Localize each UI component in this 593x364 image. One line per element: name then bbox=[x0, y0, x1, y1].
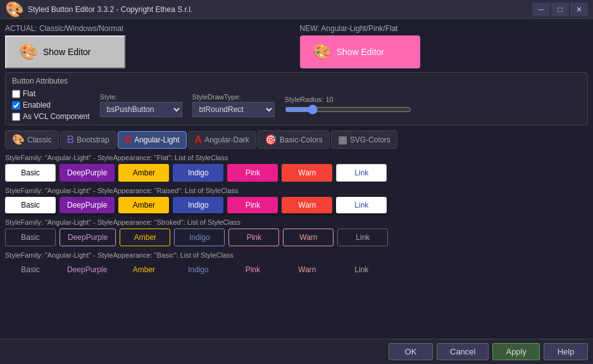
actual-palette-icon: 🎨 bbox=[19, 43, 38, 61]
preview-section: ACTUAL: Classic/Windows/Normal 🎨 Show Ed… bbox=[5, 24, 588, 68]
checkbox-flat[interactable]: Flat bbox=[12, 89, 90, 98]
style-group-stroked: StyleFamily: "Angular-Light" - StyleAppe… bbox=[5, 218, 588, 246]
flat-buttons-row: Basic DeepPurple Amber Indigo Pink Warn … bbox=[5, 164, 588, 182]
tab-svg-colors-label: SVG-Colors bbox=[350, 135, 390, 144]
stroked-indigo-button[interactable]: Indigo bbox=[174, 229, 225, 246]
style-group-basic: StyleFamily: "Angular-Light" - StyleAppe… bbox=[5, 251, 588, 278]
preview-new-button-text: Show Editor bbox=[337, 47, 384, 57]
help-button[interactable]: Help bbox=[544, 343, 588, 360]
raised-buttons-row: Basic DeepPurple Amber Indigo Pink Warn … bbox=[5, 197, 588, 213]
preview-new-box: NEW: Angular-Light/Pink/Flat 🎨 Show Edit… bbox=[300, 24, 589, 68]
basic-amber-button[interactable]: Amber bbox=[118, 261, 169, 278]
style-group-flat-label: StyleFamily: "Angular-Light" - StyleAppe… bbox=[5, 154, 588, 161]
tab-bootstrap-icon: B bbox=[67, 134, 75, 146]
tab-angular-dark[interactable]: A Angular-Dark bbox=[188, 131, 256, 149]
new-palette-icon: 🎨 bbox=[313, 43, 332, 61]
stroked-link-button[interactable]: Link bbox=[337, 229, 388, 246]
stroked-basic-button[interactable]: Basic bbox=[5, 229, 56, 246]
style-group-raised: StyleFamily: "Angular-Light" - StyleAppe… bbox=[5, 187, 588, 213]
attributes-row: Flat Enabled As VCL Component Style: bsP… bbox=[12, 89, 581, 121]
flat-link-button[interactable]: Link bbox=[336, 164, 387, 182]
tab-basic-colors[interactable]: 🎯 Basic-Colors bbox=[258, 130, 330, 149]
style-select[interactable]: bsPushButton bsFlat bsRaised bbox=[100, 102, 182, 117]
styleradius-label: StyleRadius: 10 bbox=[285, 96, 411, 103]
tab-svg-colors[interactable]: ▦ SVG-Colors bbox=[331, 130, 397, 149]
tabs-section: 🎨 Classic B Bootstrap A Angular-Light A … bbox=[5, 129, 588, 150]
raised-warn-button[interactable]: Warn bbox=[282, 197, 332, 213]
basic-deeppurple-button[interactable]: DeepPurple bbox=[59, 261, 115, 278]
close-button[interactable]: ✕ bbox=[570, 3, 588, 16]
stroked-warn-button[interactable]: Warn bbox=[283, 229, 334, 246]
checkbox-flat-input[interactable] bbox=[12, 90, 20, 98]
flat-basic-button[interactable]: Basic bbox=[5, 164, 56, 182]
tab-basic-colors-label: Basic-Colors bbox=[280, 135, 323, 144]
raised-deeppurple-button[interactable]: DeepPurple bbox=[59, 197, 115, 213]
tab-classic-icon: 🎨 bbox=[12, 134, 25, 146]
stroked-pink-button[interactable]: Pink bbox=[228, 229, 279, 246]
flat-amber-button[interactable]: Amber bbox=[118, 164, 169, 182]
checkbox-enabled-input[interactable] bbox=[12, 101, 20, 110]
cancel-button[interactable]: Cancel bbox=[437, 343, 489, 360]
tab-bootstrap-label: Bootstrap bbox=[77, 135, 109, 144]
basic-basic-button[interactable]: Basic bbox=[5, 261, 56, 278]
flat-pink-button[interactable]: Pink bbox=[227, 164, 278, 182]
checkbox-group: Flat Enabled As VCL Component bbox=[12, 89, 90, 121]
checkbox-vcl[interactable]: As VCL Component bbox=[12, 112, 90, 121]
styleradius-group: StyleRadius: 10 bbox=[285, 96, 411, 115]
checkbox-vcl-label: As VCL Component bbox=[23, 112, 90, 121]
preview-new-button[interactable]: 🎨 Show Editor bbox=[300, 35, 420, 68]
maximize-button[interactable]: □ bbox=[551, 3, 569, 16]
styleradius-slider[interactable] bbox=[285, 104, 411, 115]
ok-button[interactable]: OK bbox=[389, 343, 433, 360]
raised-indigo-button[interactable]: Indigo bbox=[173, 197, 223, 213]
tab-svg-colors-icon: ▦ bbox=[338, 134, 347, 146]
tab-bootstrap[interactable]: B Bootstrap bbox=[60, 131, 116, 149]
basic-warn-button[interactable]: Warn bbox=[282, 261, 332, 278]
style-group-raised-label: StyleFamily: "Angular-Light" - StyleAppe… bbox=[5, 187, 588, 194]
style-group-basic-label: StyleFamily: "Angular-Light" - StyleAppe… bbox=[5, 251, 588, 259]
styledrawtype-select[interactable]: btRoundRect btNormal btCircle bbox=[192, 102, 275, 117]
checkbox-enabled-label: Enabled bbox=[23, 101, 51, 110]
preview-new-label: NEW: Angular-Light/Pink/Flat bbox=[300, 24, 398, 33]
flat-deeppurple-button[interactable]: DeepPurple bbox=[59, 164, 115, 182]
style-group-flat: StyleFamily: "Angular-Light" - StyleAppe… bbox=[5, 154, 588, 182]
style-dropdown-group: Style: bsPushButton bsFlat bsRaised bbox=[100, 93, 182, 117]
stroked-deeppurple-button[interactable]: DeepPurple bbox=[59, 229, 116, 246]
title-bar: 🎨 Styled Button Editor 3.3.2 - Copyright… bbox=[0, 0, 593, 19]
checkbox-flat-label: Flat bbox=[23, 89, 35, 98]
raised-basic-button[interactable]: Basic bbox=[5, 197, 56, 213]
raised-link-button[interactable]: Link bbox=[336, 197, 387, 213]
attributes-section: Button Attributes Flat Enabled As VCL Co… bbox=[5, 72, 588, 125]
style-label: Style: bbox=[100, 93, 182, 101]
style-lists: StyleFamily: "Angular-Light" - StyleAppe… bbox=[5, 154, 588, 334]
title-bar-title: Styled Button Editor 3.3.2 - Copyright E… bbox=[28, 5, 192, 14]
styledrawtype-dropdown-group: StyleDrawType: btRoundRect btNormal btCi… bbox=[192, 93, 275, 117]
checkbox-vcl-input[interactable] bbox=[12, 113, 20, 121]
tab-basic-colors-icon: 🎯 bbox=[265, 134, 277, 146]
basic-link-button[interactable]: Link bbox=[336, 261, 387, 278]
raised-amber-button[interactable]: Amber bbox=[118, 197, 169, 213]
preview-actual-button-text: Show Editor bbox=[43, 47, 91, 57]
preview-actual-button[interactable]: 🎨 Show Editor bbox=[5, 35, 125, 68]
tab-classic[interactable]: 🎨 Classic bbox=[5, 130, 59, 149]
flat-indigo-button[interactable]: Indigo bbox=[173, 164, 223, 182]
tab-angular-light-icon: A bbox=[125, 134, 132, 146]
footer: OK Cancel Apply Help bbox=[0, 339, 593, 364]
preview-actual-box: ACTUAL: Classic/Windows/Normal 🎨 Show Ed… bbox=[5, 24, 294, 68]
basic-buttons-row: Basic DeepPurple Amber Indigo Pink Warn … bbox=[5, 261, 588, 278]
style-group-stroked-label: StyleFamily: "Angular-Light" - StyleAppe… bbox=[5, 218, 588, 226]
app-icon: 🎨 bbox=[5, 1, 24, 18]
stroked-amber-button[interactable]: Amber bbox=[120, 229, 170, 246]
minimize-button[interactable]: ─ bbox=[532, 3, 550, 16]
tab-angular-light-label: Angular-Light bbox=[134, 135, 179, 144]
flat-warn-button[interactable]: Warn bbox=[282, 164, 332, 182]
apply-button[interactable]: Apply bbox=[492, 343, 540, 360]
main-content: ACTUAL: Classic/Windows/Normal 🎨 Show Ed… bbox=[0, 19, 593, 339]
styledrawtype-label: StyleDrawType: bbox=[192, 93, 275, 101]
raised-pink-button[interactable]: Pink bbox=[227, 197, 278, 213]
basic-pink-button[interactable]: Pink bbox=[227, 261, 278, 278]
checkbox-enabled[interactable]: Enabled bbox=[12, 101, 90, 110]
tab-angular-dark-icon: A bbox=[195, 134, 203, 146]
tab-angular-light[interactable]: A Angular-Light bbox=[118, 131, 187, 149]
basic-indigo-button[interactable]: Indigo bbox=[173, 261, 223, 278]
